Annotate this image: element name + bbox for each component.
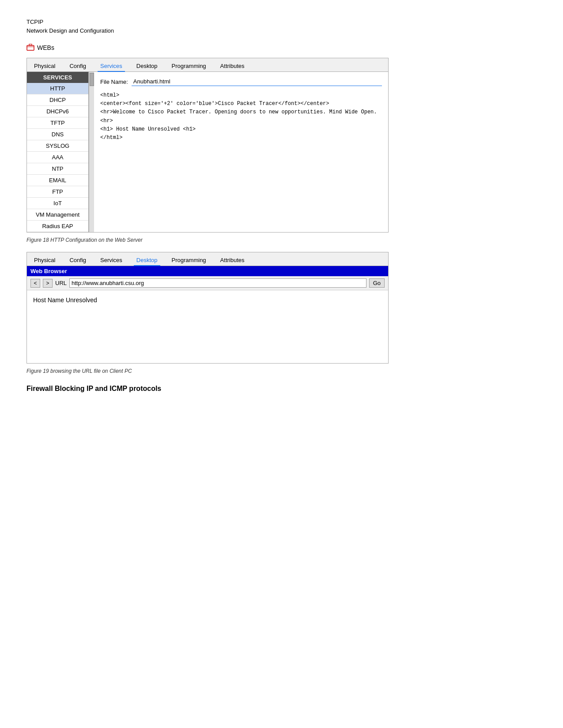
panel2-tab-desktop[interactable]: Desktop — [134, 255, 160, 266]
browser-content: Host Name Unresolved — [27, 290, 388, 363]
panel1-tab-bar: Physical Config Services Desktop Program… — [27, 58, 388, 72]
sidebar-scrollbar[interactable] — [89, 72, 94, 232]
service-aaa[interactable]: AAA — [27, 152, 88, 163]
url-label: URL — [55, 280, 67, 286]
tab-services[interactable]: Services — [98, 61, 125, 72]
panel2-tab-programming[interactable]: Programming — [169, 255, 209, 266]
code-line-2: <center><font size='+2' color='blue'>Cis… — [100, 100, 382, 108]
panel1: Physical Config Services Desktop Program… — [26, 58, 389, 233]
code-area: <html> <center><font size='+2' color='bl… — [100, 91, 382, 142]
panel2: Physical Config Services Desktop Program… — [26, 252, 389, 364]
tab-config[interactable]: Config — [67, 61, 89, 72]
panel2-tab-physical[interactable]: Physical — [31, 255, 58, 266]
services-sidebar: SERVICES HTTP DHCP DHCPv6 TFTP DNS SYSLO… — [27, 72, 89, 232]
back-button[interactable]: < — [30, 279, 40, 288]
service-email[interactable]: EMAIL — [27, 175, 88, 186]
svg-marker-1 — [29, 44, 32, 45]
panel2-body: Web Browser < > URL Go Host Name Unresol… — [27, 266, 388, 363]
code-line-3: <hr>Welcome to Cisco Packet Tracer. Open… — [100, 108, 382, 125]
panel2-tab-config[interactable]: Config — [67, 255, 89, 266]
services-sidebar-header: SERVICES — [27, 72, 88, 83]
panel2-tab-attributes[interactable]: Attributes — [218, 255, 247, 266]
url-input[interactable] — [69, 278, 367, 288]
service-dns[interactable]: DNS — [27, 129, 88, 140]
file-name-label: File Name: — [100, 79, 128, 85]
tab-physical[interactable]: Physical — [31, 61, 58, 72]
figure1-caption: Figure 18 HTTP Configuration on the Web … — [26, 237, 537, 243]
service-ftp[interactable]: FTP — [27, 186, 88, 198]
svg-rect-0 — [27, 45, 34, 50]
go-button[interactable]: Go — [369, 278, 385, 288]
firewall-heading: Firewall Blocking IP and ICMP protocols — [26, 385, 537, 393]
panel2-tab-services[interactable]: Services — [98, 255, 125, 266]
panel2-tab-bar: Physical Config Services Desktop Program… — [27, 252, 388, 266]
service-dhcp[interactable]: DHCP — [27, 94, 88, 106]
webs-header: WEBs — [26, 44, 537, 52]
page-title: TCPIP Network Design and Configuration — [26, 18, 537, 35]
figure2-caption: Figure 19 browsing the URL file on Clien… — [26, 368, 537, 374]
webs-icon — [26, 44, 34, 52]
code-line-4: <h1> Host Name Unresolved <h1> — [100, 125, 382, 134]
service-syslog[interactable]: SYSLOG — [27, 140, 88, 152]
service-dhcpv6[interactable]: DHCPv6 — [27, 106, 88, 117]
browser-toolbar: Web Browser — [27, 266, 388, 276]
code-line-1: <html> — [100, 91, 382, 100]
file-name-row: File Name: — [100, 77, 382, 86]
code-line-5: </html> — [100, 134, 382, 142]
service-tftp[interactable]: TFTP — [27, 117, 88, 129]
browser-content-text: Host Name Unresolved — [33, 296, 97, 304]
panel1-content: File Name: <html> <center><font size='+2… — [94, 72, 388, 232]
service-vm[interactable]: VM Management — [27, 209, 88, 221]
service-iot[interactable]: IoT — [27, 198, 88, 209]
webs-label: WEBs — [37, 44, 54, 51]
service-radius[interactable]: Radius EAP — [27, 221, 88, 232]
file-name-input[interactable] — [132, 77, 382, 86]
service-ntp[interactable]: NTP — [27, 163, 88, 175]
browser-nav: < > URL Go — [27, 276, 388, 290]
tab-desktop[interactable]: Desktop — [134, 61, 160, 72]
forward-button[interactable]: > — [43, 279, 53, 288]
panel1-body: SERVICES HTTP DHCP DHCPv6 TFTP DNS SYSLO… — [27, 72, 388, 232]
service-http[interactable]: HTTP — [27, 83, 88, 94]
tab-attributes[interactable]: Attributes — [218, 61, 247, 72]
tab-programming[interactable]: Programming — [169, 61, 209, 72]
scroll-thumb[interactable] — [90, 73, 94, 86]
